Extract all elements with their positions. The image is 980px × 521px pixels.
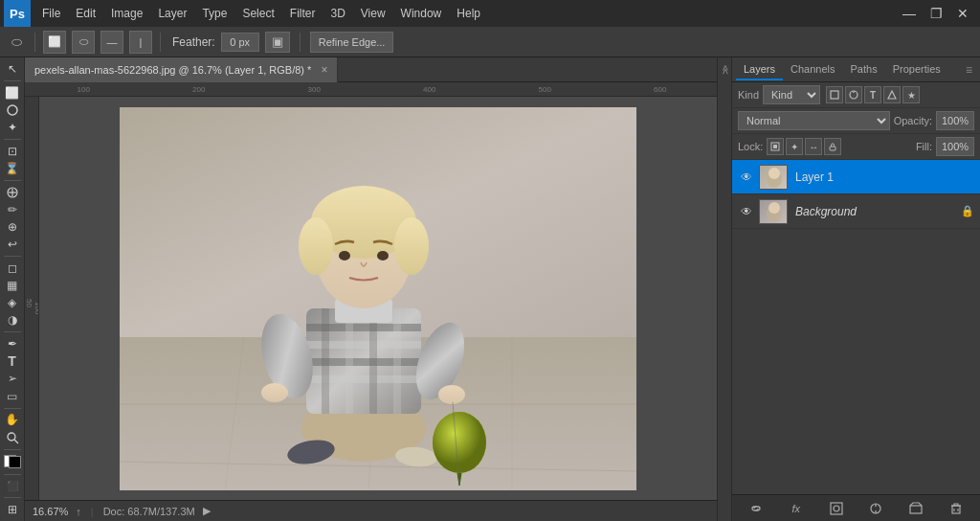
menu-filter[interactable]: Filter [282, 0, 323, 27]
vertical-ruler: 50 100 150 200 [25, 97, 39, 500]
menu-bar: Ps File Edit Image Layer Type Select Fil… [0, 0, 980, 27]
screen-mode-tool[interactable]: ⊞ [2, 502, 23, 517]
feather-mask-icon[interactable]: ▣ [265, 32, 290, 53]
tab-paths[interactable]: Paths [843, 59, 885, 80]
pixel-filter-icon[interactable] [826, 86, 843, 103]
layers-panel: Kind Kind Name Effect Mode T [732, 82, 980, 521]
zoom-tool[interactable] [2, 429, 23, 444]
menu-help[interactable]: Help [449, 0, 488, 27]
restore-button[interactable]: ❐ [923, 0, 949, 27]
menu-file[interactable]: File [34, 0, 68, 27]
blend-mode-select[interactable]: Normal Multiply Screen Overlay [738, 111, 890, 130]
image-canvas [39, 97, 717, 500]
move-tool[interactable]: ↖ [2, 61, 23, 77]
ellipse-marquee-btn[interactable]: ⬭ [72, 31, 95, 54]
layer1-visibility-icon[interactable]: 👁 [738, 169, 755, 186]
collapse-panels-btn[interactable]: ≫ [720, 61, 730, 79]
minimize-button[interactable]: — [896, 0, 923, 27]
shape-filter-icon[interactable] [883, 86, 901, 103]
marquee-tool[interactable]: ⬜ [2, 85, 23, 101]
layer-item-layer1[interactable]: 👁 [732, 160, 980, 194]
kind-select[interactable]: Kind Name Effect Mode [763, 85, 820, 104]
path-select-tool[interactable]: ➢ [2, 371, 23, 386]
layer-item-background[interactable]: 👁 [732, 194, 980, 229]
type-filter-icon[interactable]: T [864, 86, 881, 103]
panel-menu-button[interactable]: ≡ [962, 61, 976, 79]
photo-display [120, 107, 636, 490]
quick-mask-tool[interactable]: ⬛ [2, 478, 23, 493]
tab-layers[interactable]: Layers [736, 59, 783, 80]
photo-child-svg [120, 107, 636, 490]
menu-view[interactable]: View [353, 0, 393, 27]
svg-point-54 [834, 506, 839, 511]
fx-button[interactable]: fx [786, 498, 807, 519]
feather-label: Feather: [172, 35, 215, 49]
svg-point-29 [438, 385, 465, 404]
menu-window[interactable]: Window [393, 0, 450, 27]
fill-input[interactable] [936, 137, 974, 156]
lock-pixels-icon[interactable] [767, 138, 784, 155]
tab-channels[interactable]: Channels [783, 59, 842, 80]
brush-tool[interactable]: ✏ [2, 202, 23, 217]
layer-list: 👁 [732, 160, 980, 494]
lock-artboard-icon[interactable]: ↔ [805, 138, 822, 155]
smart-filter-icon[interactable]: ★ [902, 86, 920, 103]
tab-properties[interactable]: Properties [885, 59, 948, 80]
background-color[interactable] [9, 456, 21, 468]
svg-point-4 [8, 433, 15, 441]
adjustment-button[interactable] [865, 498, 886, 519]
eraser-tool[interactable]: ◻ [2, 260, 23, 276]
single-row-btn[interactable]: — [100, 31, 123, 54]
menu-layer[interactable]: Layer [150, 0, 194, 27]
adjustment-filter-icon[interactable] [845, 86, 862, 103]
svg-point-34 [394, 217, 429, 275]
crop-tool[interactable]: ⊡ [2, 144, 23, 159]
magic-wand-tool[interactable]: ✦ [2, 120, 23, 135]
close-button[interactable]: ✕ [949, 0, 976, 27]
horizontal-ruler: 100 200 300 400 500 600 [25, 82, 717, 97]
refine-edge-button[interactable]: Refine Edge... [310, 32, 394, 53]
menu-edit[interactable]: Edit [68, 0, 103, 27]
opacity-input[interactable] [936, 111, 974, 130]
hand-tool[interactable]: ✋ [2, 412, 23, 427]
panel-bottom-toolbar: fx [732, 494, 980, 521]
lock-row: Lock: ✦ ↔ Fill: [732, 134, 980, 160]
left-toolbar: ↖ ⬜ ✦ ⊡ ⌛ ✏ ⊕ ↩ ◻ ▦ ◈ ◑ ✒ T ➢ ▭ ✋ [0, 57, 25, 521]
selection-tool-icon[interactable]: ⬭ [6, 32, 27, 53]
svg-point-33 [299, 217, 333, 275]
dodge-tool[interactable]: ◑ [2, 312, 23, 328]
color-swatches[interactable] [4, 455, 21, 467]
background-visibility-icon[interactable]: 👁 [738, 203, 755, 220]
menu-3d[interactable]: 3D [323, 0, 352, 27]
lock-position-icon[interactable]: ✦ [786, 138, 803, 155]
menu-image[interactable]: Image [103, 0, 150, 27]
kind-label: Kind [738, 89, 759, 101]
add-mask-button[interactable] [826, 498, 847, 519]
pen-tool[interactable]: ✒ [2, 336, 23, 351]
single-col-btn[interactable]: | [129, 31, 152, 54]
share-icon[interactable]: ↑ [76, 506, 81, 517]
doc-tab-close[interactable]: × [321, 63, 327, 77]
group-layers-button[interactable] [905, 498, 926, 519]
menu-select[interactable]: Select [234, 0, 281, 27]
history-brush-tool[interactable]: ↩ [2, 237, 23, 252]
healing-tool[interactable] [2, 185, 23, 200]
delete-layer-button[interactable] [946, 498, 967, 519]
clone-tool[interactable]: ⊕ [2, 219, 23, 235]
lock-all-icon[interactable] [824, 138, 841, 155]
menu-type[interactable]: Type [194, 0, 234, 27]
link-layers-button[interactable] [746, 498, 767, 519]
feather-input[interactable] [221, 33, 259, 52]
status-arrow[interactable]: ▶ [203, 505, 211, 517]
eyedropper-tool[interactable]: ⌛ [2, 161, 23, 176]
svg-point-35 [339, 251, 350, 260]
gradient-tool[interactable]: ▦ [2, 278, 23, 293]
svg-line-5 [14, 440, 18, 443]
document-tab[interactable]: pexels-allan-mas-5622968.jpg @ 16.7% (La… [25, 57, 338, 82]
svg-marker-43 [888, 91, 896, 99]
lasso-tool[interactable] [2, 102, 23, 118]
rect-marquee-btn[interactable]: ⬜ [43, 31, 66, 54]
blur-tool[interactable]: ◈ [2, 295, 23, 310]
shape-tool[interactable]: ▭ [2, 389, 23, 404]
type-tool[interactable]: T [2, 353, 23, 369]
